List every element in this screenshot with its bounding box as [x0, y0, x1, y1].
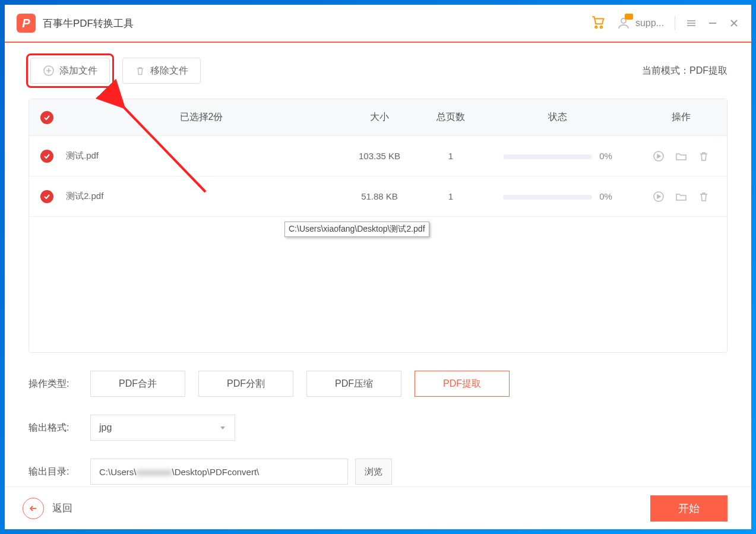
file-name: 测试.pdf — [65, 150, 338, 162]
app-window: P 百事牛PDF转换工具 supp... — [5, 5, 751, 529]
file-size: 51.88 KB — [338, 191, 421, 201]
play-icon[interactable] — [653, 191, 665, 203]
header-selected: 已选择2份 — [65, 111, 338, 124]
options-panel: 操作类型: PDF合并 PDF分割 PDF压缩 PDF提取 输出格式: jpg … — [5, 353, 751, 503]
trash-icon[interactable] — [698, 150, 710, 162]
header-size: 大小 — [338, 111, 421, 124]
row-checkbox[interactable] — [40, 150, 53, 163]
file-status: 0% — [480, 191, 635, 201]
current-mode: 当前模式：PDF提取 — [642, 65, 727, 77]
trash-icon[interactable] — [698, 191, 710, 203]
folder-icon[interactable] — [675, 150, 687, 162]
file-pages: 1 — [421, 191, 480, 201]
progress-bar — [503, 154, 592, 159]
app-title: 百事牛PDF转换工具 — [43, 17, 590, 30]
progress-bar — [503, 195, 592, 200]
file-size: 103.35 KB — [338, 151, 421, 161]
divider — [675, 16, 675, 30]
back-button[interactable]: 返回 — [23, 498, 72, 519]
trash-icon — [135, 65, 145, 76]
op-split-button[interactable]: PDF分割 — [198, 371, 293, 397]
op-merge-button[interactable]: PDF合并 — [90, 371, 185, 397]
minimize-icon[interactable] — [707, 18, 718, 29]
op-compress-button[interactable]: PDF压缩 — [306, 371, 401, 397]
chevron-down-icon — [219, 424, 226, 431]
add-file-button[interactable]: 添加文件 — [30, 58, 110, 84]
back-label: 返回 — [52, 501, 72, 515]
plus-circle-icon — [43, 65, 55, 77]
svg-point-0 — [595, 26, 597, 28]
output-format-select[interactable]: jpg — [90, 415, 235, 441]
op-extract-button[interactable]: PDF提取 — [415, 371, 510, 397]
titlebar-actions: supp... — [590, 14, 739, 32]
svg-marker-13 — [657, 154, 660, 158]
file-pages: 1 — [421, 151, 480, 161]
titlebar: P 百事牛PDF转换工具 supp... — [5, 5, 751, 43]
start-button[interactable]: 开始 — [650, 495, 727, 522]
add-file-label: 添加文件 — [59, 65, 97, 77]
browse-button[interactable]: 浏览 — [355, 459, 392, 485]
file-path-tooltip: C:\Users\xiaofang\Desktop\测试2.pdf — [284, 222, 429, 237]
svg-marker-18 — [220, 426, 225, 429]
output-format-label: 输出格式: — [29, 422, 90, 434]
select-all-checkbox[interactable] — [40, 111, 53, 124]
output-dir-input[interactable]: C:\Users\xxxxxxxx\Desktop\PDFconvert\ — [90, 459, 348, 485]
table-row[interactable]: 测试2.pdf 51.88 KB 1 0% — [29, 176, 727, 217]
back-arrow-icon — [23, 498, 44, 519]
app-logo: P — [17, 14, 36, 33]
header-actions: 操作 — [635, 111, 727, 124]
footer: 返回 开始 — [5, 486, 751, 529]
header-pages: 总页数 — [421, 111, 480, 124]
folder-icon[interactable] — [675, 191, 687, 203]
output-format-row: 输出格式: jpg — [29, 415, 727, 441]
file-name: 测试2.pdf — [65, 191, 338, 202]
svg-marker-15 — [657, 195, 660, 198]
output-dir-label: 输出目录: — [29, 466, 90, 478]
toolbar: 添加文件 移除文件 当前模式：PDF提取 — [5, 43, 751, 99]
row-checkbox[interactable] — [40, 190, 53, 203]
play-icon[interactable] — [653, 150, 665, 162]
remove-file-button[interactable]: 移除文件 — [122, 58, 201, 84]
menu-icon[interactable] — [686, 18, 697, 29]
user-avatar-icon — [616, 16, 631, 30]
remove-file-label: 移除文件 — [150, 65, 188, 77]
user-name: supp... — [635, 18, 664, 29]
table-header: 已选择2份 大小 总页数 状态 操作 — [29, 99, 727, 136]
table-row[interactable]: 测试.pdf 103.35 KB 1 0% — [29, 136, 727, 176]
format-value: jpg — [99, 422, 112, 433]
window-controls — [686, 18, 739, 29]
vip-badge-icon — [625, 14, 633, 20]
cart-icon[interactable] — [590, 14, 606, 32]
user-account[interactable]: supp... — [616, 16, 664, 30]
operation-type-row: 操作类型: PDF合并 PDF分割 PDF压缩 PDF提取 — [29, 371, 727, 397]
svg-point-1 — [600, 26, 602, 28]
operation-type-label: 操作类型: — [29, 378, 90, 390]
highlight-annotation: 添加文件 — [26, 53, 114, 88]
output-dir-row: 输出目录: C:\Users\xxxxxxxx\Desktop\PDFconve… — [29, 459, 727, 485]
file-table: 已选择2份 大小 总页数 状态 操作 测试.pdf 103.35 KB 1 0%… — [29, 99, 727, 353]
file-status: 0% — [480, 151, 635, 161]
header-status: 状态 — [480, 111, 635, 124]
close-icon[interactable] — [729, 18, 739, 29]
